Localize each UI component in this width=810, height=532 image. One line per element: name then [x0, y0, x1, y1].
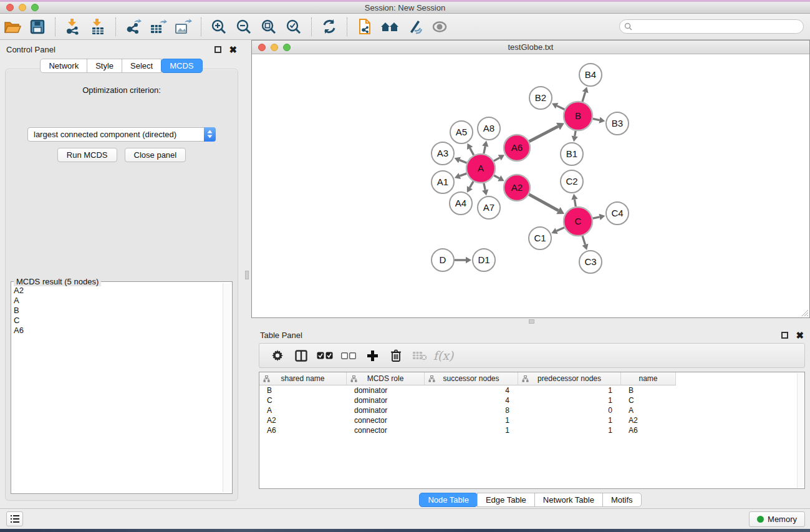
deselect-all-button[interactable] [337, 345, 360, 366]
float-panel-icon[interactable] [781, 332, 788, 339]
import-table-button[interactable] [87, 16, 109, 38]
delete-columns-button[interactable] [384, 345, 408, 366]
tab-mcds[interactable]: MCDS [161, 59, 202, 73]
toggle-graphics-details-button[interactable] [403, 16, 426, 38]
node-C2[interactable]: C2 [561, 170, 583, 193]
zoom-in-button[interactable] [208, 16, 230, 38]
select-all-button[interactable] [313, 345, 337, 366]
horizontal-splitter[interactable] [251, 318, 810, 326]
create-column-button[interactable] [360, 345, 384, 366]
table-row[interactable]: A6connector11A6 [259, 425, 804, 435]
node-D1[interactable]: D1 [473, 249, 495, 271]
vertical-splitter[interactable] [243, 40, 251, 508]
node-A2[interactable]: A2 [504, 175, 530, 201]
edge-B-B2[interactable] [557, 106, 564, 110]
node-A1[interactable]: A1 [432, 171, 454, 193]
mcds-result-item[interactable]: A6 [14, 326, 222, 336]
node-A3[interactable]: A3 [432, 142, 454, 165]
edge-A-A4[interactable] [470, 181, 473, 188]
node-C[interactable]: C [564, 207, 592, 236]
criterion-dropdown[interactable]: largest connected component (directed) [27, 127, 216, 142]
table-settings-button[interactable] [266, 345, 289, 366]
network-window-titlebar[interactable]: testGlobe.txt [252, 41, 809, 54]
edge-B-B1[interactable] [575, 131, 576, 137]
show-all-panels-button[interactable] [378, 16, 401, 38]
edge-A-A1[interactable] [460, 173, 466, 176]
run-mcds-button[interactable]: Run MCDS [57, 148, 117, 162]
tab-node-table[interactable]: Node Table [419, 493, 478, 507]
tab-motifs[interactable]: Motifs [602, 493, 642, 507]
export-network-button[interactable] [122, 16, 145, 38]
edge-A-A7[interactable] [484, 183, 485, 190]
table-row[interactable]: Adominator80A [259, 405, 804, 415]
new-network-from-selection-button[interactable] [354, 16, 376, 38]
tab-style[interactable]: Style [87, 59, 122, 73]
edge-A-A5[interactable] [470, 148, 474, 155]
search-input[interactable] [635, 22, 803, 31]
edge-A-A6[interactable] [494, 158, 499, 161]
node-C1[interactable]: C1 [529, 227, 551, 249]
column-header-shared-name[interactable]: shared name [259, 372, 347, 385]
column-header-predecessor-nodes[interactable]: predecessor nodes [518, 372, 621, 385]
delete-table-button[interactable] [408, 345, 432, 366]
export-table-button[interactable] [147, 16, 170, 38]
zoom-fit-button[interactable] [258, 16, 280, 38]
node-B3[interactable]: B3 [606, 112, 629, 135]
tab-select[interactable]: Select [122, 59, 162, 73]
node-table[interactable]: shared nameMCDS rolesuccessor nodesprede… [259, 372, 805, 489]
tab-network-table[interactable]: Network Table [534, 493, 603, 507]
edge-C-C3[interactable] [582, 236, 585, 244]
show-columns-button[interactable] [289, 345, 313, 366]
edge-C-C1[interactable] [557, 228, 565, 231]
network-canvas[interactable]: B4B2BB3A5A8A6A3B1AA1C2A2A4A7CC4C1C3DD1 [252, 54, 809, 317]
open-session-button[interactable] [1, 16, 24, 38]
export-image-button[interactable] [172, 16, 195, 38]
node-B[interactable]: B [564, 102, 592, 130]
node-A5[interactable]: A5 [450, 121, 473, 143]
node-A7[interactable]: A7 [478, 196, 500, 219]
mcds-result-item[interactable]: B [14, 306, 222, 316]
table-row[interactable]: Cdominator41C [259, 395, 804, 405]
horizontal-splitter-grip[interactable] [529, 319, 534, 324]
edge-B-B3[interactable] [593, 118, 600, 120]
memory-button[interactable]: Memory [749, 511, 805, 527]
node-C4[interactable]: C4 [606, 202, 629, 225]
edge-C-C4[interactable] [593, 217, 600, 218]
search-box[interactable] [619, 19, 804, 34]
node-B2[interactable]: B2 [529, 87, 552, 109]
task-history-button[interactable] [6, 511, 23, 526]
zoom-selected-button[interactable] [282, 16, 305, 38]
edge-C-C2[interactable] [574, 200, 576, 207]
zoom-out-button[interactable] [233, 16, 255, 38]
resize-grip-icon[interactable] [801, 309, 809, 317]
function-builder-button[interactable]: f(x) [432, 345, 455, 366]
mcds-result-item[interactable]: C [14, 316, 222, 326]
close-panel-icon[interactable]: ✖ [796, 331, 804, 340]
mcds-result-list[interactable]: A2ABCA6 [14, 286, 222, 492]
column-header-successor-nodes[interactable]: successor nodes [425, 372, 518, 385]
node-D[interactable]: D [432, 249, 454, 271]
column-header-MCDS-role[interactable]: MCDS role [347, 372, 425, 385]
main-titlebar[interactable]: Session: New Session [0, 2, 810, 14]
node-C3[interactable]: C3 [579, 251, 602, 273]
mcds-result-scrollbar[interactable] [223, 283, 231, 492]
node-A6[interactable]: A6 [504, 135, 530, 161]
node-A8[interactable]: A8 [478, 117, 500, 140]
table-row[interactable]: Bdominator41B [259, 385, 804, 395]
node-B4[interactable]: B4 [579, 64, 602, 86]
float-panel-icon[interactable] [215, 46, 221, 53]
column-header-name[interactable]: name [621, 372, 676, 385]
vertical-splitter-grip[interactable] [245, 271, 249, 279]
edge-B-B4[interactable] [582, 92, 586, 102]
edge-A2-C[interactable] [529, 195, 558, 211]
edge-A6-B[interactable] [529, 127, 559, 142]
show-hide-button[interactable] [428, 16, 451, 38]
tab-network[interactable]: Network [40, 59, 87, 73]
import-network-button[interactable] [62, 16, 84, 38]
table-row[interactable]: A2connector11A2 [259, 415, 804, 425]
node-B1[interactable]: B1 [561, 143, 583, 165]
edge-A-A3[interactable] [460, 160, 467, 163]
table-scrollbar[interactable] [797, 373, 804, 488]
edge-A-A2[interactable] [494, 175, 499, 178]
close-panel-icon[interactable]: ✖ [229, 45, 237, 54]
